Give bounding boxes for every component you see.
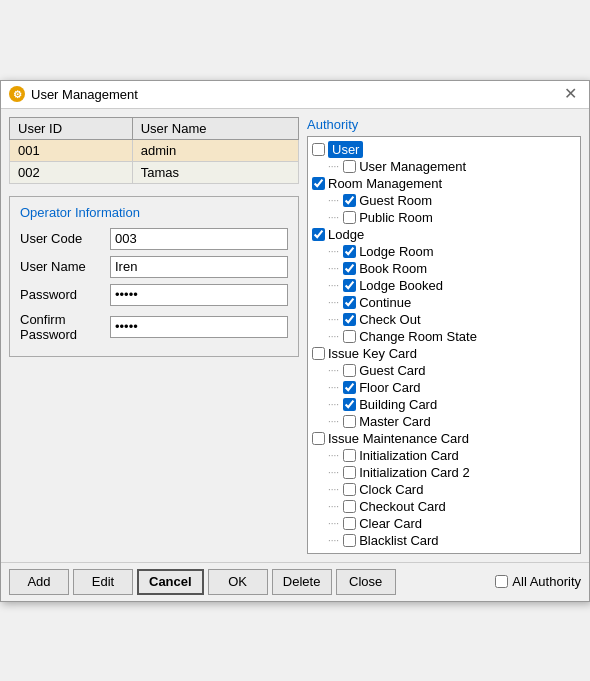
- table-row[interactable]: 002 Tamas: [10, 161, 299, 183]
- window-close-button[interactable]: ✕: [560, 84, 581, 104]
- tree-label-check-out[interactable]: Check Out: [359, 312, 420, 327]
- checkbox-public-room[interactable]: [343, 211, 356, 224]
- checkbox-continue[interactable]: [343, 296, 356, 309]
- checkbox-floor-card[interactable]: [343, 381, 356, 394]
- checkbox-room-management[interactable]: [312, 177, 325, 190]
- user-management-window: ⚙ User Management ✕ User ID User Name 00…: [0, 80, 590, 602]
- tree-item-check-out: ···· Check Out: [328, 311, 576, 328]
- tree-item-user: User: [312, 141, 576, 158]
- checkbox-blacklist-card[interactable]: [343, 534, 356, 547]
- tree-label-issue-key-card[interactable]: Issue Key Card: [328, 346, 417, 361]
- all-authority-label[interactable]: All Authority: [512, 574, 581, 589]
- checkbox-lodge[interactable]: [312, 228, 325, 241]
- checkbox-checkout-card[interactable]: [343, 500, 356, 513]
- user-table: User ID User Name 001 admin 002 Tamas: [9, 117, 299, 184]
- tree-label-guest-room[interactable]: Guest Room: [359, 193, 432, 208]
- tree-label-user-management[interactable]: User Management: [359, 159, 466, 174]
- checkbox-lodge-room[interactable]: [343, 245, 356, 258]
- tree-label-initialization-card[interactable]: Initialization Card: [359, 448, 459, 463]
- tree-label-lodge[interactable]: Lodge: [328, 227, 364, 242]
- tree-label-guest-card[interactable]: Guest Card: [359, 363, 425, 378]
- edit-button[interactable]: Edit: [73, 569, 133, 595]
- tree-label-book-room[interactable]: Book Room: [359, 261, 427, 276]
- confirm-password-label: Confirm Password: [20, 312, 110, 342]
- checkbox-change-room-state[interactable]: [343, 330, 356, 343]
- tree-item-book-room: ···· Book Room: [328, 260, 576, 277]
- tree-label-checkout-card[interactable]: Checkout Card: [359, 499, 446, 514]
- cancel-button[interactable]: Cancel: [137, 569, 204, 595]
- tree-label-room-management[interactable]: Room Management: [328, 176, 442, 191]
- checkbox-building-card[interactable]: [343, 398, 356, 411]
- tree-item-guest-room: ···· Guest Room: [328, 192, 576, 209]
- tree-item-user-management: ···· User Management: [328, 158, 576, 175]
- checkbox-book-room[interactable]: [343, 262, 356, 275]
- all-authority-checkbox[interactable]: [495, 575, 508, 588]
- window-title: User Management: [31, 87, 138, 102]
- confirm-password-input[interactable]: [110, 316, 288, 338]
- password-input[interactable]: [110, 284, 288, 306]
- tree-item-room-management: Room Management: [312, 175, 576, 192]
- tree-label-change-room-state[interactable]: Change Room State: [359, 329, 477, 344]
- footer-buttons: Add Edit Cancel OK Delete Close All Auth…: [1, 562, 589, 601]
- checkbox-guest-room[interactable]: [343, 194, 356, 207]
- tree-item-floor-card: ···· Floor Card: [328, 379, 576, 396]
- delete-button[interactable]: Delete: [272, 569, 332, 595]
- user-code-input[interactable]: [110, 228, 288, 250]
- tree-label-lodge-booked[interactable]: Lodge Booked: [359, 278, 443, 293]
- title-bar: ⚙ User Management ✕: [1, 81, 589, 109]
- tree-item-public-room: ···· Public Room: [328, 209, 576, 226]
- checkbox-clock-card[interactable]: [343, 483, 356, 496]
- main-content: User ID User Name 001 admin 002 Tamas: [1, 109, 589, 562]
- tree-item-init-card: ···· Initialization Card: [328, 447, 576, 464]
- tree-item-issue-key-card: Issue Key Card: [312, 345, 576, 362]
- app-icon: ⚙: [9, 86, 25, 102]
- checkbox-initialization-card[interactable]: [343, 449, 356, 462]
- user-name-cell: Tamas: [132, 161, 298, 183]
- checkbox-guest-card[interactable]: [343, 364, 356, 377]
- tree-item-init-card-2: ···· Initialization Card 2: [328, 464, 576, 481]
- tree-label-clear-card[interactable]: Clear Card: [359, 516, 422, 531]
- tree-label-issue-maintenance-card[interactable]: Issue Maintenance Card: [328, 431, 469, 446]
- checkbox-lodge-booked[interactable]: [343, 279, 356, 292]
- close-button[interactable]: Close: [336, 569, 396, 595]
- tree-item-change-room-state: ···· Change Room State: [328, 328, 576, 345]
- tree-item-master-card: ···· Master Card: [328, 413, 576, 430]
- checkbox-check-out[interactable]: [343, 313, 356, 326]
- user-name-cell: admin: [132, 139, 298, 161]
- user-id-cell: 001: [10, 139, 133, 161]
- tree-label-master-card[interactable]: Master Card: [359, 414, 431, 429]
- checkbox-issue-key-card[interactable]: [312, 347, 325, 360]
- user-name-row: User Name: [20, 256, 288, 278]
- tree-item-checkout-card: ···· Checkout Card: [328, 498, 576, 515]
- tree-label-continue[interactable]: Continue: [359, 295, 411, 310]
- right-panel: Authority User ···· User Management Room…: [307, 117, 581, 554]
- authority-label: Authority: [307, 117, 581, 132]
- tree-item-lodge: Lodge: [312, 226, 576, 243]
- tree-label-public-room[interactable]: Public Room: [359, 210, 433, 225]
- user-id-cell: 002: [10, 161, 133, 183]
- checkbox-issue-maintenance-card[interactable]: [312, 432, 325, 445]
- tree-label-building-card[interactable]: Building Card: [359, 397, 437, 412]
- checkbox-master-card[interactable]: [343, 415, 356, 428]
- tree-label-lodge-room[interactable]: Lodge Room: [359, 244, 433, 259]
- tree-label-user[interactable]: User: [328, 142, 363, 157]
- checkbox-initialization-card-2[interactable]: [343, 466, 356, 479]
- tree-item-issue-maintenance-card: Issue Maintenance Card: [312, 430, 576, 447]
- checkbox-clear-card[interactable]: [343, 517, 356, 530]
- table-row[interactable]: 001 admin: [10, 139, 299, 161]
- ok-button[interactable]: OK: [208, 569, 268, 595]
- tree-label-initialization-card-2[interactable]: Initialization Card 2: [359, 465, 470, 480]
- tree-item-clear-card: ···· Clear Card: [328, 515, 576, 532]
- tree-item-building-card: ···· Building Card: [328, 396, 576, 413]
- confirm-password-row: Confirm Password: [20, 312, 288, 342]
- checkbox-user-management[interactable]: [343, 160, 356, 173]
- user-name-input[interactable]: [110, 256, 288, 278]
- add-button[interactable]: Add: [9, 569, 69, 595]
- col-header-username: User Name: [132, 117, 298, 139]
- checkbox-user[interactable]: [312, 143, 325, 156]
- authority-tree[interactable]: User ···· User Management Room Managemen…: [307, 136, 581, 554]
- tree-label-clock-card[interactable]: Clock Card: [359, 482, 423, 497]
- operator-info-box: Operator Information User Code User Name…: [9, 196, 299, 357]
- tree-label-blacklist-card[interactable]: Blacklist Card: [359, 533, 438, 548]
- tree-label-floor-card[interactable]: Floor Card: [359, 380, 420, 395]
